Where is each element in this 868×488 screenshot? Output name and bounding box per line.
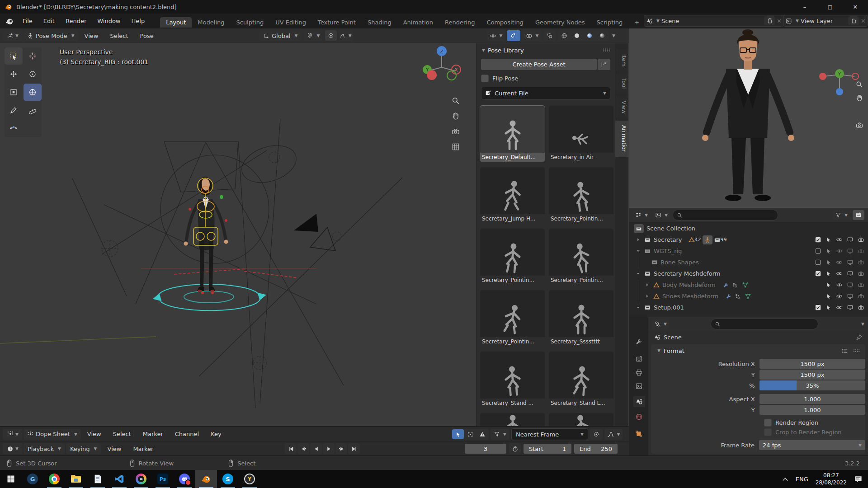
workspace-tab-geometry-nodes[interactable]: Geometry Nodes [529,17,591,28]
menu-edit[interactable]: Edit [38,18,60,24]
show-overlays-dropdown[interactable]: ▼ [522,30,542,41]
dope-menu-marker[interactable]: Marker [137,431,169,437]
taskbar-app-photoshop[interactable]: Ps [152,470,174,488]
viewport-disable-icon[interactable] [847,270,854,277]
shading-dropdown[interactable]: ▼ [612,33,615,38]
tool-select-box[interactable] [5,47,23,65]
hide-eye-icon[interactable] [836,293,843,300]
object-properties-tab-icon[interactable] [635,430,642,437]
hide-eye-icon[interactable] [836,304,843,311]
render-disable-icon[interactable] [858,248,864,254]
sidebar-tab-animation[interactable]: Animation [615,121,628,157]
pose-asset-item[interactable]: Secretary_Pointin... [480,290,545,346]
tray-expand-chevron-icon[interactable] [782,477,788,481]
show-errors-toggle[interactable] [476,429,488,439]
pose-asset-item[interactable]: Secretary_Stand L... [549,352,613,408]
shading-solid-button[interactable] [571,31,583,41]
checkbox-checked-icon[interactable] [815,270,821,277]
tool-rotate[interactable] [24,66,42,83]
tool-pose-breakdowner[interactable] [5,120,23,137]
show-gizmo-dropdown[interactable]: ▼ [487,30,505,41]
transform-orientation-dropdown[interactable]: Global ▼ [260,30,301,41]
menu-help[interactable]: Help [126,18,151,24]
pan-hand-icon[interactable] [451,112,460,121]
hide-eye-icon[interactable] [836,259,843,266]
proportional-keyframe-toggle[interactable] [590,429,603,440]
scene-properties-tab-active[interactable] [633,396,645,407]
properties-options-dropdown[interactable]: ▼ [861,322,864,326]
asset-source-dropdown[interactable]: Current File ▼ [481,87,610,99]
tool-measure[interactable] [24,102,42,119]
selectable-icon[interactable] [826,293,832,300]
viewport-disable-icon[interactable] [847,293,854,300]
shading-rendered-button[interactable] [596,31,608,41]
hide-eye-icon[interactable] [836,236,843,243]
expand-icon[interactable] [645,282,650,287]
render-properties-tab-icon[interactable] [635,355,643,363]
checkbox-unchecked-icon[interactable] [815,259,821,266]
outliner-row-secretary[interactable]: Secretary 42 99 [629,234,868,245]
pose-asset-extra-button[interactable] [598,59,610,70]
workspace-tab-rendering[interactable]: Rendering [439,17,481,28]
outliner-row-body-meshdeform[interactable]: Body Meshdeform [629,279,868,291]
checkbox-checked-icon[interactable] [815,236,821,243]
expand-icon[interactable] [636,237,641,242]
properties-search-input[interactable] [711,319,818,329]
collapse-icon[interactable] [636,271,641,276]
output-properties-tab-icon[interactable] [635,369,643,376]
aspect-y-field[interactable]: 1.000 [760,405,865,415]
frame-start-field[interactable]: Start 1 [524,444,571,454]
previous-keyframe-button[interactable] [297,443,309,454]
resolution-percent-slider[interactable]: 35% [760,380,865,390]
workspace-tab-layout[interactable]: Layout [160,17,192,28]
navigation-gizmo[interactable]: Z Y X [418,41,466,89]
pose-asset-item[interactable]: Secretary_Pointin... [549,167,613,223]
render-disable-icon[interactable] [858,236,864,243]
camera-view-icon[interactable] [451,127,460,136]
render-disable-icon[interactable] [858,293,864,300]
dope-menu-channel[interactable]: Channel [170,431,204,437]
dope-menu-select[interactable]: Select [108,431,137,437]
preview-camera-icon[interactable] [855,121,863,129]
outliner-row-scene-collection[interactable]: Scene Collection [629,223,868,234]
view-layer-properties-tab-icon[interactable] [635,382,643,390]
taskbar-language[interactable]: ENG [796,476,808,483]
viewport-disable-icon[interactable] [847,236,854,243]
workspace-tab-uv-editing[interactable]: UV Editing [269,17,312,28]
render-disable-icon[interactable] [858,282,864,288]
remove-view-layer-button[interactable]: ✕ [861,18,866,24]
add-workspace-button[interactable]: + [628,17,645,28]
outliner-row-bone-shapes[interactable]: Bone Shapes [629,257,868,268]
panel-grip-icon[interactable] [602,48,611,52]
viewport-disable-icon[interactable] [847,304,854,311]
sidebar-tab-view[interactable]: View [615,96,628,118]
taskbar-app-voice-clock[interactable]: Y [239,470,260,488]
tool-scale[interactable] [5,84,23,101]
workspace-tab-texture-paint[interactable]: Texture Paint [312,17,362,28]
dope-menu-key[interactable]: Key [205,431,227,437]
crop-region-checkbox[interactable] [764,428,772,436]
presets-icon[interactable] [841,348,848,353]
outliner-display-mode-dropdown[interactable]: ▼ [633,210,650,220]
outliner-filter-dropdown[interactable]: ▼ [833,210,850,220]
selectable-icon[interactable] [826,305,832,311]
tool-transform[interactable] [24,84,42,101]
xray-toggle[interactable] [544,30,556,41]
scene-selector[interactable]: ▼ Scene ✕ [644,15,784,27]
taskbar-clock[interactable]: 08:27 28/08/2022 [816,472,847,486]
sidebar-tab-item[interactable]: Item [615,50,628,71]
frame-rate-dropdown[interactable]: 24 fps▼ [759,440,865,450]
pose-asset-item[interactable]: Secretary_Stand ... [480,352,545,408]
viewport-3d[interactable]: ▼ Pose Mode ▼ View Select Pose Global ▼ … [0,28,629,426]
blender-menu-logo-icon[interactable] [5,17,14,26]
workspace-tab-compositing[interactable]: Compositing [481,17,529,28]
create-pose-asset-button[interactable]: Create Pose Asset [481,59,597,70]
pose-asset-item[interactable]: Secretary_Pointin... [549,229,613,285]
tool-move[interactable] [5,66,23,83]
proportional-falloff-dropdown[interactable]: ▼ [338,30,353,41]
outliner-search-input[interactable] [673,210,778,221]
workspace-tab-modeling[interactable]: Modeling [192,17,230,28]
editor-type-button[interactable]: ▼ [3,30,23,41]
hide-eye-icon[interactable] [836,282,843,288]
dope-menu-view[interactable]: View [82,431,107,437]
